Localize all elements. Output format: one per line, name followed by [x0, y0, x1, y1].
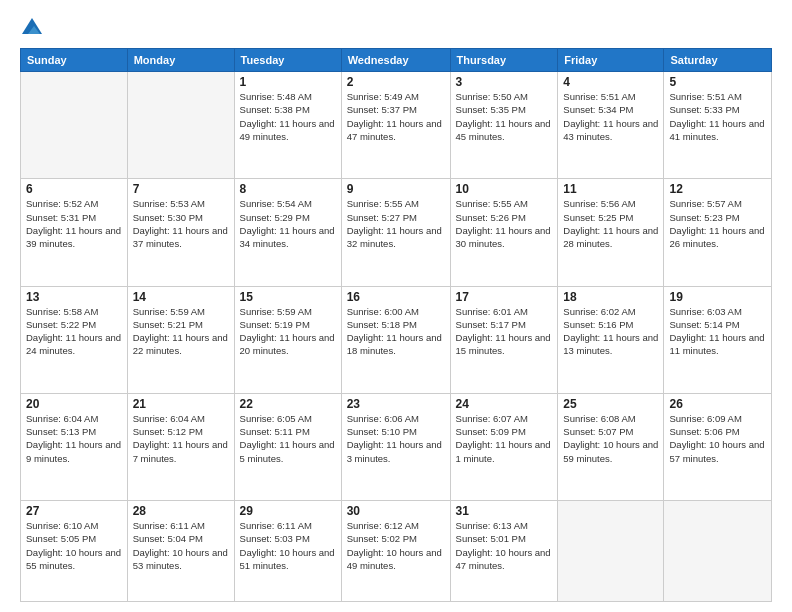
day-number: 8 [240, 182, 336, 196]
day-info: Sunrise: 5:59 AM Sunset: 5:21 PM Dayligh… [133, 305, 229, 358]
day-info: Sunrise: 5:59 AM Sunset: 5:19 PM Dayligh… [240, 305, 336, 358]
day-info: Sunrise: 5:48 AM Sunset: 5:38 PM Dayligh… [240, 90, 336, 143]
calendar-cell: 3Sunrise: 5:50 AM Sunset: 5:35 PM Daylig… [450, 72, 558, 179]
calendar-cell: 1Sunrise: 5:48 AM Sunset: 5:38 PM Daylig… [234, 72, 341, 179]
day-number: 29 [240, 504, 336, 518]
day-number: 10 [456, 182, 553, 196]
calendar-week-row: 13Sunrise: 5:58 AM Sunset: 5:22 PM Dayli… [21, 286, 772, 393]
calendar-cell: 25Sunrise: 6:08 AM Sunset: 5:07 PM Dayli… [558, 393, 664, 500]
day-number: 6 [26, 182, 122, 196]
weekday-header-wednesday: Wednesday [341, 49, 450, 72]
calendar-week-row: 20Sunrise: 6:04 AM Sunset: 5:13 PM Dayli… [21, 393, 772, 500]
day-number: 30 [347, 504, 445, 518]
day-info: Sunrise: 5:56 AM Sunset: 5:25 PM Dayligh… [563, 197, 658, 250]
calendar-cell: 26Sunrise: 6:09 AM Sunset: 5:06 PM Dayli… [664, 393, 772, 500]
day-info: Sunrise: 6:11 AM Sunset: 5:04 PM Dayligh… [133, 519, 229, 572]
day-info: Sunrise: 5:58 AM Sunset: 5:22 PM Dayligh… [26, 305, 122, 358]
day-number: 5 [669, 75, 766, 89]
calendar-cell [21, 72, 128, 179]
day-number: 26 [669, 397, 766, 411]
calendar-cell: 20Sunrise: 6:04 AM Sunset: 5:13 PM Dayli… [21, 393, 128, 500]
day-number: 11 [563, 182, 658, 196]
weekday-header-tuesday: Tuesday [234, 49, 341, 72]
calendar-cell: 14Sunrise: 5:59 AM Sunset: 5:21 PM Dayli… [127, 286, 234, 393]
day-info: Sunrise: 6:13 AM Sunset: 5:01 PM Dayligh… [456, 519, 553, 572]
calendar-cell: 15Sunrise: 5:59 AM Sunset: 5:19 PM Dayli… [234, 286, 341, 393]
day-number: 7 [133, 182, 229, 196]
day-number: 12 [669, 182, 766, 196]
calendar-cell: 8Sunrise: 5:54 AM Sunset: 5:29 PM Daylig… [234, 179, 341, 286]
calendar-cell: 19Sunrise: 6:03 AM Sunset: 5:14 PM Dayli… [664, 286, 772, 393]
day-info: Sunrise: 5:55 AM Sunset: 5:27 PM Dayligh… [347, 197, 445, 250]
day-info: Sunrise: 6:04 AM Sunset: 5:12 PM Dayligh… [133, 412, 229, 465]
calendar-cell: 18Sunrise: 6:02 AM Sunset: 5:16 PM Dayli… [558, 286, 664, 393]
day-number: 23 [347, 397, 445, 411]
day-info: Sunrise: 6:05 AM Sunset: 5:11 PM Dayligh… [240, 412, 336, 465]
calendar-cell: 7Sunrise: 5:53 AM Sunset: 5:30 PM Daylig… [127, 179, 234, 286]
day-number: 4 [563, 75, 658, 89]
calendar-cell: 16Sunrise: 6:00 AM Sunset: 5:18 PM Dayli… [341, 286, 450, 393]
day-info: Sunrise: 6:09 AM Sunset: 5:06 PM Dayligh… [669, 412, 766, 465]
day-number: 14 [133, 290, 229, 304]
day-number: 21 [133, 397, 229, 411]
day-number: 15 [240, 290, 336, 304]
day-number: 28 [133, 504, 229, 518]
day-info: Sunrise: 5:55 AM Sunset: 5:26 PM Dayligh… [456, 197, 553, 250]
day-info: Sunrise: 6:07 AM Sunset: 5:09 PM Dayligh… [456, 412, 553, 465]
calendar-cell: 10Sunrise: 5:55 AM Sunset: 5:26 PM Dayli… [450, 179, 558, 286]
calendar-cell [664, 501, 772, 602]
day-number: 9 [347, 182, 445, 196]
calendar-cell: 31Sunrise: 6:13 AM Sunset: 5:01 PM Dayli… [450, 501, 558, 602]
day-number: 25 [563, 397, 658, 411]
calendar-cell: 23Sunrise: 6:06 AM Sunset: 5:10 PM Dayli… [341, 393, 450, 500]
day-number: 31 [456, 504, 553, 518]
day-info: Sunrise: 5:49 AM Sunset: 5:37 PM Dayligh… [347, 90, 445, 143]
day-number: 24 [456, 397, 553, 411]
day-number: 20 [26, 397, 122, 411]
calendar-cell: 12Sunrise: 5:57 AM Sunset: 5:23 PM Dayli… [664, 179, 772, 286]
day-number: 3 [456, 75, 553, 89]
calendar-cell: 11Sunrise: 5:56 AM Sunset: 5:25 PM Dayli… [558, 179, 664, 286]
day-number: 17 [456, 290, 553, 304]
calendar-cell: 29Sunrise: 6:11 AM Sunset: 5:03 PM Dayli… [234, 501, 341, 602]
day-info: Sunrise: 5:52 AM Sunset: 5:31 PM Dayligh… [26, 197, 122, 250]
calendar-table: SundayMondayTuesdayWednesdayThursdayFrid… [20, 48, 772, 602]
calendar-cell: 9Sunrise: 5:55 AM Sunset: 5:27 PM Daylig… [341, 179, 450, 286]
weekday-header-thursday: Thursday [450, 49, 558, 72]
calendar-cell: 13Sunrise: 5:58 AM Sunset: 5:22 PM Dayli… [21, 286, 128, 393]
calendar-week-row: 27Sunrise: 6:10 AM Sunset: 5:05 PM Dayli… [21, 501, 772, 602]
weekday-header-friday: Friday [558, 49, 664, 72]
day-info: Sunrise: 6:04 AM Sunset: 5:13 PM Dayligh… [26, 412, 122, 465]
weekday-header-sunday: Sunday [21, 49, 128, 72]
day-number: 19 [669, 290, 766, 304]
weekday-header-saturday: Saturday [664, 49, 772, 72]
calendar-cell: 24Sunrise: 6:07 AM Sunset: 5:09 PM Dayli… [450, 393, 558, 500]
logo [20, 16, 48, 40]
day-info: Sunrise: 5:53 AM Sunset: 5:30 PM Dayligh… [133, 197, 229, 250]
calendar-cell: 4Sunrise: 5:51 AM Sunset: 5:34 PM Daylig… [558, 72, 664, 179]
header [20, 16, 772, 40]
day-info: Sunrise: 6:01 AM Sunset: 5:17 PM Dayligh… [456, 305, 553, 358]
calendar-cell: 27Sunrise: 6:10 AM Sunset: 5:05 PM Dayli… [21, 501, 128, 602]
calendar-cell: 5Sunrise: 5:51 AM Sunset: 5:33 PM Daylig… [664, 72, 772, 179]
calendar-week-row: 1Sunrise: 5:48 AM Sunset: 5:38 PM Daylig… [21, 72, 772, 179]
logo-icon [20, 16, 44, 40]
day-number: 27 [26, 504, 122, 518]
day-number: 13 [26, 290, 122, 304]
day-info: Sunrise: 6:02 AM Sunset: 5:16 PM Dayligh… [563, 305, 658, 358]
calendar-cell: 17Sunrise: 6:01 AM Sunset: 5:17 PM Dayli… [450, 286, 558, 393]
day-info: Sunrise: 6:11 AM Sunset: 5:03 PM Dayligh… [240, 519, 336, 572]
day-info: Sunrise: 5:50 AM Sunset: 5:35 PM Dayligh… [456, 90, 553, 143]
day-info: Sunrise: 5:51 AM Sunset: 5:34 PM Dayligh… [563, 90, 658, 143]
day-info: Sunrise: 5:57 AM Sunset: 5:23 PM Dayligh… [669, 197, 766, 250]
calendar-cell [127, 72, 234, 179]
day-info: Sunrise: 6:10 AM Sunset: 5:05 PM Dayligh… [26, 519, 122, 572]
calendar-cell: 2Sunrise: 5:49 AM Sunset: 5:37 PM Daylig… [341, 72, 450, 179]
calendar-cell: 28Sunrise: 6:11 AM Sunset: 5:04 PM Dayli… [127, 501, 234, 602]
calendar-cell: 21Sunrise: 6:04 AM Sunset: 5:12 PM Dayli… [127, 393, 234, 500]
day-number: 22 [240, 397, 336, 411]
calendar-cell: 30Sunrise: 6:12 AM Sunset: 5:02 PM Dayli… [341, 501, 450, 602]
calendar-cell [558, 501, 664, 602]
calendar-cell: 22Sunrise: 6:05 AM Sunset: 5:11 PM Dayli… [234, 393, 341, 500]
weekday-header-row: SundayMondayTuesdayWednesdayThursdayFrid… [21, 49, 772, 72]
